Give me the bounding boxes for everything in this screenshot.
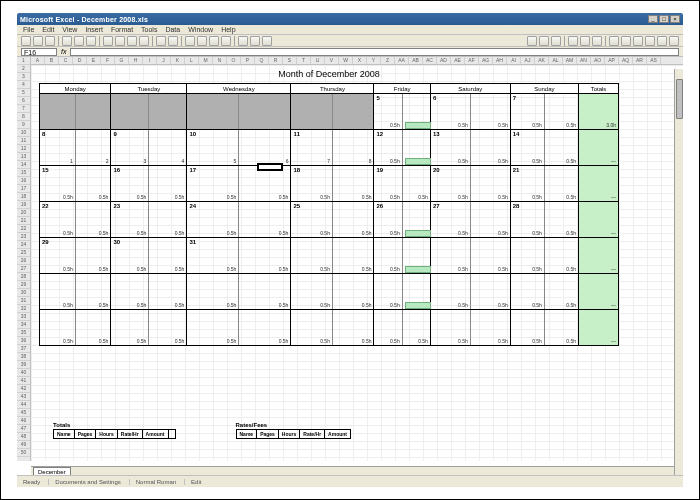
column-header[interactable]: AC — [423, 57, 437, 64]
calendar-cell[interactable]: 290.5h0.5h — [40, 238, 111, 274]
row-header[interactable]: 35 — [17, 329, 30, 337]
name-box[interactable]: F16 — [21, 48, 57, 56]
calendar-cell[interactable]: 0.5h0.5h — [430, 238, 510, 274]
calendar-cell[interactable]: 0.5h0.5h — [291, 238, 374, 274]
column-header[interactable]: AQ — [619, 57, 633, 64]
column-header[interactable]: AN — [577, 57, 591, 64]
row-header[interactable]: 11 — [17, 137, 30, 145]
row-header[interactable]: 28 — [17, 273, 30, 281]
column-header[interactable]: AS — [647, 57, 661, 64]
row-header[interactable]: 47 — [17, 425, 30, 433]
row-header[interactable]: 12 — [17, 145, 30, 153]
row-header[interactable]: 3 — [17, 73, 30, 81]
italic-icon[interactable] — [539, 36, 549, 46]
align-right-icon[interactable] — [592, 36, 602, 46]
column-header[interactable]: AE — [451, 57, 465, 64]
row-header[interactable]: 31 — [17, 297, 30, 305]
column-header[interactable]: D — [73, 57, 87, 64]
row-header[interactable]: 1 — [17, 57, 30, 65]
column-header[interactable]: E — [87, 57, 101, 64]
row-header[interactable]: 25 — [17, 249, 30, 257]
column-header[interactable]: J — [157, 57, 171, 64]
calendar-cell[interactable]: 60.5h0.5h — [430, 94, 510, 130]
row-header[interactable]: 34 — [17, 321, 30, 329]
calendar-cell[interactable] — [291, 94, 374, 130]
sheet-tab[interactable]: December — [33, 467, 71, 475]
scrollbar-thumb[interactable] — [676, 79, 683, 119]
column-header[interactable]: K — [171, 57, 185, 64]
column-header[interactable]: AH — [493, 57, 507, 64]
align-center-icon[interactable] — [580, 36, 590, 46]
column-header[interactable]: X — [353, 57, 367, 64]
calendar-cell[interactable]: 240.5h0.5h — [187, 202, 291, 238]
minimize-button[interactable]: _ — [648, 15, 658, 23]
row-header[interactable]: 13 — [17, 153, 30, 161]
save-icon[interactable] — [45, 36, 55, 46]
autosum-icon[interactable] — [197, 36, 207, 46]
column-header[interactable]: AI — [507, 57, 521, 64]
row-header[interactable]: 45 — [17, 409, 30, 417]
row-header[interactable]: 17 — [17, 185, 30, 193]
row-header[interactable]: 36 — [17, 337, 30, 345]
column-header[interactable]: AM — [563, 57, 577, 64]
menu-help[interactable]: Help — [221, 26, 235, 33]
menu-view[interactable]: View — [62, 26, 77, 33]
calendar-cell[interactable]: 70.5h0.5h — [510, 94, 578, 130]
column-header[interactable]: U — [311, 57, 325, 64]
print-icon[interactable] — [62, 36, 72, 46]
maximize-button[interactable]: □ — [659, 15, 669, 23]
calendar-cell[interactable]: 230.5h0.5h — [111, 202, 187, 238]
calendar-cell[interactable]: 1056 — [187, 130, 291, 166]
menu-window[interactable]: Window — [188, 26, 213, 33]
row-header[interactable]: 27 — [17, 265, 30, 273]
row-header[interactable]: 4 — [17, 81, 30, 89]
row-header[interactable]: 6 — [17, 97, 30, 105]
row-header[interactable]: 32 — [17, 305, 30, 313]
menu-edit[interactable]: Edit — [42, 26, 54, 33]
row-header[interactable]: 20 — [17, 209, 30, 217]
row-header[interactable]: 18 — [17, 193, 30, 201]
comma-icon[interactable] — [633, 36, 643, 46]
column-header[interactable]: Y — [367, 57, 381, 64]
column-header[interactable]: AA — [395, 57, 409, 64]
calendar-cell[interactable]: 0.5h0.5h — [40, 310, 111, 346]
row-header[interactable]: 16 — [17, 177, 30, 185]
row-header[interactable]: 9 — [17, 121, 30, 129]
calendar-cell[interactable]: 0.5h0.5h — [374, 274, 430, 310]
redo-icon[interactable] — [168, 36, 178, 46]
menu-file[interactable]: File — [23, 26, 34, 33]
column-header[interactable]: C — [59, 57, 73, 64]
calendar-cell[interactable]: 250.5h0.5h — [291, 202, 374, 238]
column-header[interactable]: H — [129, 57, 143, 64]
calendar-cell[interactable] — [187, 94, 291, 130]
row-header[interactable]: 33 — [17, 313, 30, 321]
calendar-cell[interactable]: 210.5h0.5h — [510, 166, 578, 202]
calendar-cell[interactable]: 120.5h0.5h — [374, 130, 430, 166]
row-header[interactable]: 42 — [17, 385, 30, 393]
copy-icon[interactable] — [115, 36, 125, 46]
calendar-cell[interactable]: 160.5h0.5h — [111, 166, 187, 202]
row-header[interactable]: 44 — [17, 401, 30, 409]
column-header[interactable]: V — [325, 57, 339, 64]
calendar-cell[interactable]: 0.5h0.5h — [510, 274, 578, 310]
row-header[interactable]: 48 — [17, 433, 30, 441]
calendar-cell[interactable]: 50.5h0.5h — [374, 94, 430, 130]
vertical-scrollbar[interactable] — [674, 69, 683, 475]
paste-icon[interactable] — [127, 36, 137, 46]
open-icon[interactable] — [33, 36, 43, 46]
row-header[interactable]: 21 — [17, 217, 30, 225]
column-header[interactable]: N — [213, 57, 227, 64]
column-header[interactable]: AF — [465, 57, 479, 64]
undo-icon[interactable] — [156, 36, 166, 46]
calendar-cell[interactable]: 0.5h0.5h — [111, 274, 187, 310]
row-header[interactable]: 26 — [17, 257, 30, 265]
row-header[interactable]: 8 — [17, 113, 30, 121]
calendar-cell[interactable]: 270.5h0.5h — [430, 202, 510, 238]
calendar-cell[interactable]: 190.5h0.5h — [374, 166, 430, 202]
calendar-cell[interactable]: 260.5h0.5h — [374, 202, 430, 238]
row-header[interactable]: 46 — [17, 417, 30, 425]
row-header[interactable]: 43 — [17, 393, 30, 401]
zoom-icon[interactable] — [262, 36, 272, 46]
calendar-cell[interactable]: 1178 — [291, 130, 374, 166]
calendar-cell[interactable]: 220.5h0.5h — [40, 202, 111, 238]
